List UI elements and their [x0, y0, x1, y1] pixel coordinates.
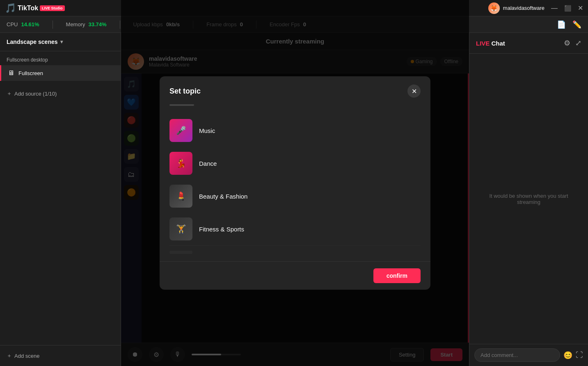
- memory-label: Memory: [66, 21, 85, 27]
- topic-thumb-beauty: 💄: [169, 185, 192, 208]
- topic-label-fitness: Fitness & Sports: [199, 226, 244, 233]
- settings-icon[interactable]: ⚙: [564, 39, 570, 48]
- modal-search-area: [160, 104, 430, 111]
- sidebar: Landscape scenes ▾ Fullscreen desktop 🖥 …: [0, 33, 121, 366]
- window-controls: — ⬛ ✕: [551, 4, 583, 12]
- toolbar-icons: 📄 ✏️: [557, 20, 581, 29]
- tiktok-logo: 🎵 TikTok LIVE Studio: [5, 3, 65, 14]
- memory-stat: Memory 33.74%: [66, 21, 107, 27]
- edit-icon[interactable]: ✏️: [572, 20, 581, 29]
- username: malavidasoftware: [503, 5, 545, 11]
- topic-item-music[interactable]: 🎤 Music: [169, 114, 421, 147]
- topic-item-more: [169, 245, 421, 259]
- plus-scene-icon: ＋: [7, 352, 12, 359]
- chat-empty-message: It would be shown when you start streami…: [469, 54, 588, 344]
- set-topic-modal: Set topic ✕ 🎤 Music 💃 Dance: [160, 76, 430, 290]
- close-button[interactable]: ✕: [578, 4, 583, 12]
- add-source-label: Add source (1/10): [14, 91, 57, 97]
- modal-search-bar: [169, 104, 194, 106]
- stat-divider-2: [120, 21, 120, 29]
- tiktok-icon: 🎵: [5, 3, 16, 14]
- chat-icons: ⚙ ⤢: [564, 39, 581, 48]
- stat-divider-1: [53, 21, 53, 29]
- sidebar-footer: ＋ Add scene: [0, 345, 121, 366]
- modal-title: Set topic: [169, 87, 201, 96]
- chat-text: Chat: [492, 40, 505, 47]
- add-scene-button[interactable]: ＋ Add scene: [7, 352, 114, 359]
- chevron-down-icon[interactable]: ▾: [60, 39, 63, 45]
- modal-header: Set topic ✕: [160, 76, 430, 104]
- topic-thumb-music: 🎤: [169, 119, 192, 142]
- minimize-button[interactable]: —: [551, 5, 558, 12]
- avatar: 🦊: [488, 2, 500, 14]
- expand-icon[interactable]: ⤢: [575, 39, 581, 48]
- modal-close-button[interactable]: ✕: [407, 85, 421, 98]
- live-text: LIVE: [476, 40, 492, 47]
- filter-button[interactable]: ⛶: [576, 351, 583, 359]
- sidebar-title-group: Landscape scenes ▾: [7, 39, 63, 45]
- cpu-value: 14.61%: [21, 21, 39, 27]
- plus-icon: ＋: [7, 90, 12, 97]
- restore-button[interactable]: ⬛: [564, 5, 571, 11]
- add-scene-label: Add scene: [14, 353, 39, 359]
- memory-value: 33.74%: [89, 21, 107, 27]
- title-bar-left: 🎵 TikTok LIVE Studio: [5, 3, 65, 14]
- emoji-button[interactable]: 😊: [563, 351, 572, 360]
- sidebar-header: Landscape scenes ▾: [0, 33, 121, 51]
- chat-panel: LIVE Chat ⚙ ⤢ It would be shown when you…: [469, 33, 588, 366]
- chat-input[interactable]: [474, 348, 560, 362]
- topic-label-beauty: Beauty & Fashion: [199, 193, 247, 200]
- sources-section: ＋ Add source (1/10): [0, 84, 121, 103]
- scene-group-label: Fullscreen desktop: [0, 55, 121, 65]
- modal-body: 🎤 Music 💃 Dance 💄 Beauty & Fashion: [160, 111, 430, 261]
- live-studio-badge: LIVE Studio: [40, 5, 65, 11]
- chat-input-area: 😊 ⛶: [469, 344, 588, 366]
- topic-thumb-fitness: 🏋️: [169, 217, 192, 240]
- scenes-section: Fullscreen desktop 🖥 Fullscreen: [0, 51, 121, 84]
- scene-name: Fullscreen: [18, 70, 43, 76]
- cpu-label: CPU: [7, 21, 18, 27]
- scene-item-fullscreen[interactable]: 🖥 Fullscreen: [0, 65, 121, 81]
- topic-label-dance: Dance: [199, 160, 217, 167]
- title-bar-right: 🦊 malavidasoftware — ⬛ ✕: [488, 2, 583, 14]
- add-source-button[interactable]: ＋ Add source (1/10): [7, 87, 114, 100]
- topic-item-fitness[interactable]: 🏋️ Fitness & Sports: [169, 213, 421, 245]
- document-icon[interactable]: 📄: [557, 20, 566, 29]
- confirm-button[interactable]: confirm: [373, 268, 421, 283]
- modal-overlay[interactable]: Set topic ✕ 🎤 Music 💃 Dance: [121, 0, 469, 366]
- topic-label-music: Music: [199, 127, 215, 134]
- topic-thumb-dance: 💃: [169, 152, 192, 175]
- sidebar-title: Landscape scenes: [7, 39, 58, 45]
- topic-item-beauty[interactable]: 💄 Beauty & Fashion: [169, 180, 421, 213]
- cpu-stat: CPU 14.61%: [7, 21, 39, 27]
- monitor-icon: 🖥: [8, 69, 14, 77]
- app-name: TikTok: [18, 5, 38, 12]
- topic-item-dance[interactable]: 💃 Dance: [169, 147, 421, 180]
- chat-empty-text: It would be shown when you start streami…: [478, 193, 580, 205]
- modal-footer: confirm: [160, 261, 430, 290]
- chat-header: LIVE Chat ⚙ ⤢: [469, 33, 588, 54]
- chat-title: LIVE Chat: [476, 40, 505, 47]
- user-info: 🦊 malavidasoftware: [488, 2, 545, 14]
